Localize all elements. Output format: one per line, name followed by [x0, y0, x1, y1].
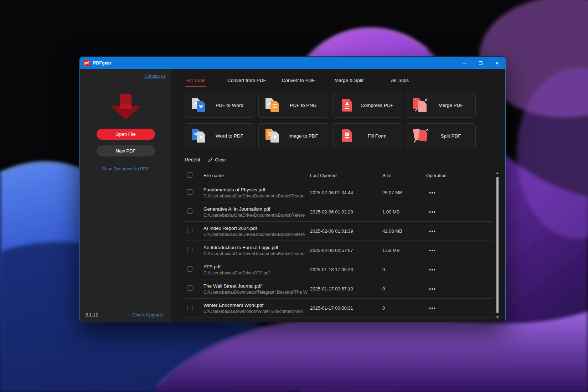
table-row[interactable]: An Introduction to Formal Logic.pdf C:\U… [185, 241, 493, 260]
row-checkbox[interactable] [187, 247, 192, 252]
file-name: An Introduction to Formal Logic.pdf [203, 245, 310, 250]
file-name: AI Index Report 2024.pdf [203, 226, 310, 231]
table-row[interactable]: The Wall Street Journal.pdf C:\Users\bax… [185, 279, 493, 299]
operation-menu-button[interactable]: ••• [429, 305, 436, 311]
file-name: ATS.pdf [203, 264, 310, 269]
close-button[interactable]: ✕ [489, 57, 505, 69]
split-pdf-icon: ↗ ↙ [413, 128, 429, 144]
minimize-icon [463, 63, 466, 63]
operation-menu-button[interactable]: ••• [429, 286, 436, 292]
tool-compress-pdf[interactable]: Compress PDF [332, 93, 402, 118]
row-checkbox[interactable] [187, 266, 192, 272]
tool-image-to-pdf[interactable]: Image to PDF [258, 123, 328, 148]
column-file-name: File name [199, 173, 310, 178]
titlebar[interactable]: PDF PDFgear ✕ [80, 57, 505, 69]
file-name: Generative AI in Journalism.pdf [203, 206, 310, 212]
table-row[interactable]: Generative AI in Journalism.pdf C:\Users… [185, 202, 493, 222]
column-size: Size [382, 173, 425, 178]
file-name: Fundamentals of Physics.pdf [203, 187, 310, 192]
last-opened-value: 2025-01-18 17:05:23 [310, 267, 382, 272]
file-size-value: 0 [382, 305, 425, 311]
scroll-down-icon[interactable] [496, 316, 499, 319]
merge-pdf-icon: ↙ ↗ [413, 97, 429, 113]
file-size-value: 0 [382, 286, 425, 292]
file-name: Winter Enrichment Work.pdf [203, 303, 310, 308]
operation-menu-button[interactable]: ••• [429, 190, 436, 196]
tool-fill-form[interactable]: ✓ Fill Form [332, 123, 402, 148]
file-size-value: 42.08 MB [382, 228, 425, 234]
tools-grid: W PDF to Word PDF to PNG [185, 93, 493, 148]
minimize-button[interactable] [456, 57, 473, 69]
main-panel: Hot Tools Convert from PDF Convert to PD… [171, 69, 505, 322]
select-all-checkbox[interactable] [187, 172, 192, 178]
scroll-up-icon[interactable] [496, 172, 499, 174]
version-label: 2.1.12 [86, 313, 98, 318]
row-checkbox[interactable] [187, 305, 192, 310]
tab-all-tools[interactable]: All Tools [390, 76, 409, 87]
file-path: C:\Users\baxia\OneDrive\Documents\Books\… [203, 194, 308, 198]
tool-word-to-pdf[interactable]: W Word to PDF [185, 123, 254, 148]
recent-title: Recent [185, 157, 200, 163]
row-checkbox[interactable] [187, 228, 192, 233]
window-title: PDFgear [93, 61, 111, 66]
recent-file-list: Fundamentals of Physics.pdf C:\Users\bax… [185, 183, 493, 318]
scan-document-link[interactable]: Scan Document to PDF [102, 166, 149, 171]
last-opened-value: 2025-02-06 01:04:44 [310, 190, 382, 195]
open-file-button[interactable]: Open File [97, 129, 155, 140]
desktop: PDF PDFgear ✕ Contact us Open F [0, 0, 588, 392]
table-row[interactable]: ATS.pdf C:\Users\baxia\OneDrive\ATS.pdf … [185, 260, 493, 279]
table-row[interactable]: AI Index Report 2024.pdf C:\Users\baxia\… [185, 222, 493, 241]
tool-pdf-to-png[interactable]: PDF to PNG [258, 93, 328, 118]
new-pdf-button[interactable]: New PDF [97, 145, 155, 156]
table-row[interactable]: Winter Enrichment Work.pdf C:\Users\baxi… [185, 299, 493, 318]
file-path: C:\Users\baxia\OneDrive\Documents\Books\… [203, 213, 308, 218]
tab-merge-split[interactable]: Merge & Split [334, 76, 364, 87]
row-checkbox[interactable] [187, 189, 192, 195]
file-name: The Wall Street Journal.pdf [203, 283, 310, 289]
pdf-to-png-icon [265, 97, 282, 113]
file-path: C:\Users\baxia\Downloads\Winter Enrichme… [203, 309, 308, 314]
operation-menu-button[interactable]: ••• [429, 248, 436, 253]
operation-menu-button[interactable]: ••• [429, 209, 436, 215]
fill-form-icon: ✓ [339, 128, 355, 144]
download-arrow-icon [111, 94, 141, 120]
tab-bar: Hot Tools Convert from PDF Convert to PD… [185, 76, 493, 87]
tool-merge-pdf[interactable]: ↙ ↗ Merge PDF [406, 93, 476, 118]
app-logo-icon: PDF [83, 60, 90, 66]
last-opened-value: 2025-02-06 00:57:07 [310, 248, 382, 253]
contact-us-link[interactable]: Contact us [144, 74, 166, 79]
file-size-value: 0 [382, 267, 425, 272]
image-to-pdf-icon [265, 128, 282, 144]
tab-hot-tools[interactable]: Hot Tools [185, 76, 206, 87]
check-upgrade-link[interactable]: Check Upgrade [132, 313, 163, 318]
file-path: C:\Users\baxia\Downloads\Telegram Deskto… [203, 290, 308, 295]
column-operation: Operation [425, 173, 493, 178]
row-checkbox[interactable] [187, 208, 192, 214]
file-size-value: 1.00 MB [382, 209, 425, 215]
last-opened-value: 2025-02-06 01:01:39 [310, 228, 382, 234]
clear-recent-button[interactable]: Clear [208, 157, 226, 163]
scrollbar[interactable] [495, 172, 500, 319]
tool-split-pdf[interactable]: ↗ ↙ Split PDF [406, 123, 476, 148]
column-last-opened: Last Opened [310, 173, 382, 178]
table-header: File name Last Opened Size Operation [185, 168, 493, 183]
word-to-pdf-icon: W [191, 128, 208, 144]
scrollbar-thumb[interactable] [496, 177, 499, 313]
pdf-to-word-icon: W [191, 97, 208, 113]
file-path: C:\Users\baxia\OneDrive\Documents\Books\… [203, 251, 308, 256]
last-opened-value: 2025-01-17 00:50:31 [310, 305, 382, 311]
table-row[interactable]: Fundamentals of Physics.pdf C:\Users\bax… [185, 183, 493, 202]
operation-menu-button[interactable]: ••• [429, 267, 436, 273]
sidebar: Contact us Open File New PDF Scan Docume… [80, 69, 171, 322]
tab-convert-to-pdf[interactable]: Convert to PDF [281, 76, 316, 87]
maximize-button[interactable] [473, 57, 489, 69]
operation-menu-button[interactable]: ••• [429, 228, 436, 234]
last-opened-value: 2025-02-06 01:02:28 [310, 209, 382, 215]
last-opened-value: 2025-01-17 00:57:10 [310, 286, 382, 292]
tab-convert-from-pdf[interactable]: Convert from PDF [227, 76, 267, 87]
file-size-value: 1.53 MB [382, 248, 425, 253]
tool-pdf-to-word[interactable]: W PDF to Word [185, 93, 254, 118]
file-path: C:\Users\baxia\OneDrive\ATS.pdf [203, 270, 308, 275]
compress-pdf-icon [339, 97, 355, 113]
row-checkbox[interactable] [187, 285, 192, 291]
